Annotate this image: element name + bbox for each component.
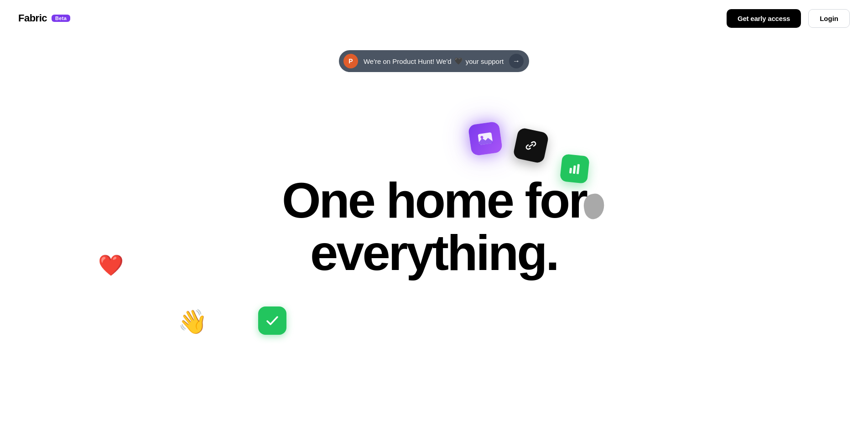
float-image-icon (468, 121, 503, 156)
login-button[interactable]: Login (808, 9, 850, 28)
banner-text-part1: We're on Product Hunt! We'd (364, 57, 452, 65)
ph-letter: P (348, 57, 353, 65)
logo-area: Fabric Beta (18, 12, 70, 24)
get-early-access-button[interactable]: Get early access (727, 9, 801, 28)
product-hunt-banner[interactable]: P We're on Product Hunt! We'd 🖤 your sup… (339, 50, 529, 72)
banner-heart: 🖤 (454, 57, 463, 65)
navbar-actions: Get early access Login (727, 9, 850, 28)
banner-text-part2: your support (466, 57, 504, 65)
banner-text: We're on Product Hunt! We'd 🖤 your suppo… (364, 57, 504, 65)
product-hunt-icon: P (343, 54, 358, 68)
beta-badge: Beta (52, 15, 70, 22)
float-wave: 👋 (178, 308, 208, 336)
hero-line2: everything. (310, 224, 558, 280)
float-link-icon (513, 127, 550, 164)
navbar: Fabric Beta Get early access Login (0, 0, 868, 36)
hero-section: One home for everything. (282, 173, 586, 279)
arrow-icon: → (513, 57, 520, 65)
hero-line1: One home for (282, 171, 586, 228)
logo: Fabric (18, 12, 47, 24)
hero-title: One home for everything. (282, 173, 586, 279)
banner-arrow: → (509, 54, 524, 68)
float-checkmark (258, 306, 286, 335)
float-heart: ❤️ (98, 253, 124, 277)
product-hunt-banner-wrapper: P We're on Product Hunt! We'd 🖤 your sup… (0, 50, 868, 72)
